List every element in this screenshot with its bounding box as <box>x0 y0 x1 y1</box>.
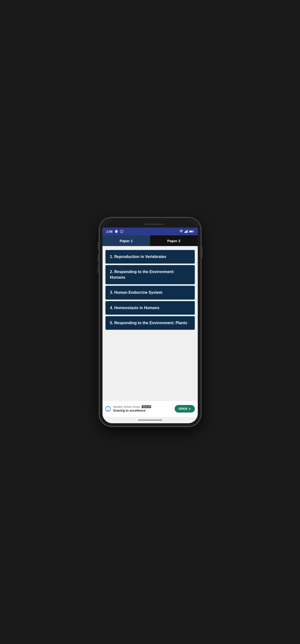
signal-icon <box>184 230 188 233</box>
svg-rect-3 <box>184 232 185 233</box>
svg-rect-9 <box>189 231 192 232</box>
topic-item-4[interactable]: 4. Homeostasis in Humans <box>105 301 195 315</box>
svg-rect-8 <box>193 231 194 232</box>
phone-screen: 1:56 <box>103 221 198 423</box>
svg-rect-5 <box>186 231 187 233</box>
home-bar-line <box>138 420 162 420</box>
status-right <box>179 230 194 233</box>
ad-text-area: Sandton School Group Test Ad Soaring to … <box>113 405 172 412</box>
status-bar: 1:56 <box>103 228 198 235</box>
battery-icon <box>189 230 194 233</box>
speaker-bar <box>144 224 163 225</box>
ad-badge: Test Ad <box>142 405 151 408</box>
ad-source: Sandton School Group <box>113 405 140 408</box>
tab-paper1[interactable]: Paper 1 <box>103 235 150 246</box>
svg-point-0 <box>120 230 123 233</box>
tab-paper2[interactable]: Paper 2 <box>150 235 198 246</box>
ad-info-icon: i ✕ <box>105 406 111 412</box>
camera-dot <box>149 223 151 226</box>
topic-item-2[interactable]: 2. Responding to the Environment: Humans <box>105 265 195 284</box>
status-time: 1:56 <box>106 230 113 234</box>
svg-rect-6 <box>187 230 187 233</box>
phone-frame: 1:56 <box>99 217 201 427</box>
svg-rect-4 <box>185 231 186 233</box>
home-bar <box>103 417 198 423</box>
topic-item-5[interactable]: 5. Responding to the Environment: Plants <box>105 316 195 330</box>
ad-open-button[interactable]: OPEN <box>175 405 195 412</box>
shield-icon <box>115 230 118 233</box>
tab-bar: Paper 1 Paper 2 <box>103 235 198 246</box>
smiley-icon <box>120 230 123 233</box>
topics-list: 1. Reproduction in Vertebrates 2. Respon… <box>103 246 198 400</box>
topic-item-1[interactable]: 1. Reproduction in Vertebrates <box>105 250 195 264</box>
chevron-right-icon <box>188 408 191 410</box>
ad-top-row: Sandton School Group Test Ad <box>113 405 172 408</box>
phone-notch <box>103 221 198 228</box>
ad-banner: i ✕ Sandton School Group Test Ad Soaring… <box>103 400 198 417</box>
ad-tagline: Soaring to excellence <box>113 409 172 412</box>
status-left: 1:56 <box>106 230 123 234</box>
topic-item-3[interactable]: 3. Human Endocrine System <box>105 286 195 299</box>
wifi-icon <box>179 230 183 233</box>
